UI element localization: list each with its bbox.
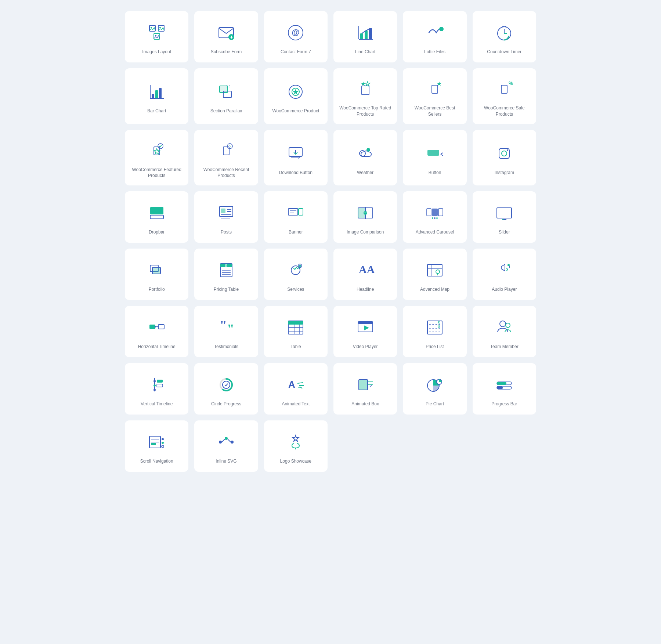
svg-rect-23 xyxy=(152,94,154,98)
subscribe-form-icon xyxy=(214,21,238,44)
image-comparison-icon xyxy=(354,201,377,225)
svg-rect-51 xyxy=(427,150,439,156)
card-pricing-table[interactable]: $ Pricing Table xyxy=(194,249,258,300)
card-label-posts: Posts xyxy=(221,229,232,235)
pie-chart-icon xyxy=(423,373,447,397)
card-inline-svg[interactable]: Inline SVG xyxy=(194,420,258,472)
line-chart-icon xyxy=(354,21,377,44)
card-vertical-timeline[interactable]: Vertical Timeline xyxy=(125,363,188,415)
card-countdown-timer[interactable]: Countdown Timer xyxy=(473,11,536,62)
card-headline[interactable]: AA Headline xyxy=(333,249,397,300)
card-advanced-carousel[interactable]: Advanced Carousel xyxy=(403,191,466,243)
card-image-comparison[interactable]: Image Comparison xyxy=(333,191,397,243)
svg-rect-131 xyxy=(157,380,163,383)
advanced-carousel-icon xyxy=(423,201,447,225)
vertical-timeline-icon xyxy=(145,373,169,397)
card-animated-box[interactable]: Animated Box xyxy=(333,363,397,415)
svg-text:AA: AA xyxy=(359,263,375,275)
svg-line-158 xyxy=(228,439,231,442)
svg-point-125 xyxy=(500,321,506,327)
images-layout-icon xyxy=(145,21,169,44)
card-label-logo-showcase: Logo Showcase xyxy=(280,458,311,464)
svg-rect-80 xyxy=(497,208,512,218)
card-section-parallax[interactable]: Section Parallax xyxy=(194,68,258,124)
card-advanced-map[interactable]: Advanced Map xyxy=(403,249,466,300)
card-lottie-files[interactable]: Lottie Files xyxy=(403,11,466,62)
svg-rect-57 xyxy=(150,207,163,214)
bar-chart-icon xyxy=(145,80,169,104)
card-circle-progress[interactable]: Circle Progress xyxy=(194,363,258,415)
card-label-portfolio: Portfolio xyxy=(149,286,165,293)
svg-rect-117 xyxy=(358,322,373,324)
card-table[interactable]: Table xyxy=(264,306,328,357)
card-label-download-button: Download Button xyxy=(279,170,313,176)
svg-point-151 xyxy=(162,438,164,440)
card-price-list[interactable]: $ $ Price List xyxy=(403,306,466,357)
card-team-member[interactable]: Team Member xyxy=(473,306,536,357)
card-label-inline-svg: Inline SVG xyxy=(216,458,236,464)
countdown-timer-icon xyxy=(492,21,516,44)
services-icon xyxy=(284,258,307,282)
card-woocommerce-sale[interactable]: % WooCommerce Sale Products xyxy=(473,68,536,124)
card-woocommerce-featured[interactable]: WooCommerce Featured Products xyxy=(125,130,188,186)
svg-rect-76 xyxy=(438,209,443,216)
card-scroll-navigation[interactable]: Scroll Navigation xyxy=(125,420,188,472)
card-portfolio[interactable]: Portfolio xyxy=(125,249,188,300)
card-label-dropbar: Dropbar xyxy=(149,229,165,235)
card-bar-chart[interactable]: Bar Chart xyxy=(125,68,188,124)
svg-point-56 xyxy=(507,149,508,151)
card-label-woocommerce-recent: WooCommerce Recent Products xyxy=(199,167,253,179)
card-banner[interactable]: Banner xyxy=(264,191,328,243)
animated-text-icon: A xyxy=(284,373,307,397)
card-woocommerce-top-rated[interactable]: WooCommerce Top Rated Products xyxy=(333,68,397,124)
svg-point-79 xyxy=(436,217,438,219)
card-video-player[interactable]: Video Player xyxy=(333,306,397,357)
woocommerce-sale-icon: % xyxy=(492,77,516,101)
svg-rect-15 xyxy=(365,30,368,39)
card-images-layout[interactable]: Images Layout xyxy=(125,11,188,62)
woocommerce-top-rated-icon xyxy=(354,77,377,101)
card-instagram[interactable]: Instagram xyxy=(473,130,536,186)
card-services[interactable]: Services xyxy=(264,249,328,300)
card-woocommerce-best-sellers[interactable]: WooCommerce Best Sellers xyxy=(403,68,466,124)
card-slider[interactable]: Slider xyxy=(473,191,536,243)
card-label-weather: Weather xyxy=(357,170,373,176)
card-pie-chart[interactable]: Pie Chart xyxy=(403,363,466,415)
card-subscribe-form[interactable]: Subscribe Form xyxy=(194,11,258,62)
card-posts[interactable]: Posts xyxy=(194,191,258,243)
svg-point-128 xyxy=(153,380,156,382)
card-download-button[interactable]: Download Button xyxy=(264,130,328,186)
svg-rect-97 xyxy=(427,264,442,276)
card-button[interactable]: Button xyxy=(403,130,466,186)
card-logo-showcase[interactable]: Logo Showcase xyxy=(264,420,328,472)
card-label-circle-progress: Circle Progress xyxy=(211,401,241,407)
card-label-team-member: Team Member xyxy=(490,344,519,350)
woocommerce-best-sellers-icon xyxy=(423,77,447,101)
card-woocommerce-recent[interactable]: WooCommerce Recent Products xyxy=(194,130,258,186)
card-animated-text[interactable]: A Animated Text xyxy=(264,363,328,415)
section-parallax-icon xyxy=(214,80,238,104)
svg-point-17 xyxy=(439,27,444,31)
card-weather[interactable]: Weather xyxy=(333,130,397,186)
card-progress-bar[interactable]: Progress Bar xyxy=(473,363,536,415)
svg-point-152 xyxy=(162,442,164,444)
card-label-pricing-table: Pricing Table xyxy=(214,286,239,293)
svg-rect-146 xyxy=(497,386,503,389)
price-list-icon: $ $ xyxy=(423,316,447,339)
card-line-chart[interactable]: Line Chart xyxy=(333,11,397,62)
card-contact-form-7[interactable]: @ Contact Form 7 xyxy=(264,11,328,62)
svg-text:@: @ xyxy=(292,28,300,37)
card-label-subscribe-form: Subscribe Form xyxy=(211,49,242,55)
svg-point-155 xyxy=(225,437,228,440)
card-label-pie-chart: Pie Chart xyxy=(426,401,444,407)
pricing-table-icon: $ xyxy=(214,258,238,282)
banner-icon xyxy=(284,201,307,225)
card-audio-player[interactable]: Audio Player xyxy=(473,249,536,300)
card-label-advanced-map: Advanced Map xyxy=(420,286,449,293)
card-horizontal-timeline[interactable]: Horizontal Timeline xyxy=(125,306,188,357)
dropbar-icon xyxy=(145,201,169,225)
instagram-icon xyxy=(492,142,516,165)
card-testimonials[interactable]: " " Testimonials xyxy=(194,306,258,357)
card-dropbar[interactable]: Dropbar xyxy=(125,191,188,243)
card-woocommerce-product[interactable]: WooCommerce Product xyxy=(264,68,328,124)
